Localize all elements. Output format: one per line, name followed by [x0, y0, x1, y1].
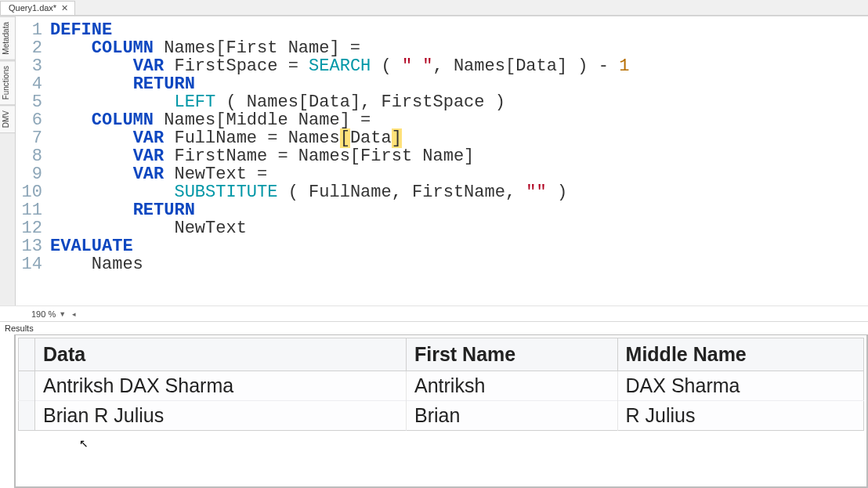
- file-tab[interactable]: Query1.dax* ✕: [0, 1, 75, 15]
- table-cell[interactable]: Antriksh DAX Sharma: [35, 371, 407, 401]
- col-header-first-name[interactable]: First Name: [407, 338, 618, 371]
- file-tab-label: Query1.dax*: [9, 3, 56, 13]
- side-tab-metadata[interactable]: Metadata: [0, 16, 15, 60]
- col-header-middle-name[interactable]: Middle Name: [617, 338, 863, 371]
- table-header-row: Data First Name Middle Name: [19, 338, 864, 371]
- row-selector-header: [19, 338, 35, 371]
- results-pane: Data First Name Middle Name Antriksh DAX…: [14, 334, 868, 488]
- side-tab-dmv[interactable]: DMV: [0, 105, 15, 133]
- row-selector[interactable]: [19, 371, 35, 401]
- zoom-label: 190 %: [31, 309, 56, 319]
- zoom-indicator[interactable]: 190 % ▼ ◂: [0, 305, 868, 321]
- dropdown-icon[interactable]: ▼: [59, 310, 66, 318]
- editor-area: Metadata Functions DMV 12345678910111213…: [0, 16, 868, 305]
- scroll-left-icon[interactable]: ◂: [72, 310, 76, 318]
- results-table: Data First Name Middle Name Antriksh DAX…: [18, 338, 864, 431]
- close-icon[interactable]: ✕: [61, 3, 68, 13]
- table-cell[interactable]: Brian: [407, 401, 618, 431]
- line-gutter: 1234567891011121314: [16, 16, 47, 305]
- results-header: Results: [0, 321, 868, 334]
- code-editor[interactable]: DEFINE COLUMN Names[First Name] = VAR Fi…: [47, 16, 868, 305]
- col-header-data[interactable]: Data: [35, 338, 407, 371]
- side-tabs: Metadata Functions DMV: [0, 16, 16, 305]
- side-tab-functions[interactable]: Functions: [0, 60, 15, 105]
- table-row[interactable]: Antriksh DAX SharmaAntrikshDAX Sharma: [19, 371, 864, 401]
- table-cell[interactable]: Brian R Julius: [35, 401, 407, 431]
- code-wrap: 1234567891011121314 DEFINE COLUMN Names[…: [16, 16, 868, 305]
- row-selector[interactable]: [19, 401, 35, 431]
- table-cell[interactable]: DAX Sharma: [617, 371, 863, 401]
- table-cell[interactable]: R Julius: [617, 401, 863, 431]
- table-cell[interactable]: Antriksh: [407, 371, 618, 401]
- tab-bar: Query1.dax* ✕: [0, 0, 868, 16]
- table-row[interactable]: Brian R JuliusBrianR Julius: [19, 401, 864, 431]
